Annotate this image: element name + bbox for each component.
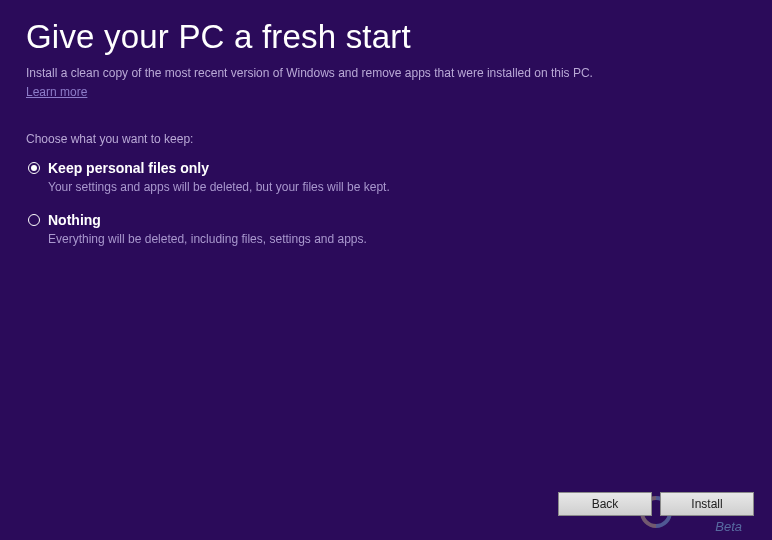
option-title: Nothing: [48, 212, 101, 228]
option-nothing[interactable]: Nothing Everything will be deleted, incl…: [26, 212, 746, 246]
watermark-text: Beta: [715, 519, 742, 534]
option-desc: Your settings and apps will be deleted, …: [48, 180, 746, 194]
radio-keep-files[interactable]: [28, 162, 40, 174]
install-button[interactable]: Install: [660, 492, 754, 516]
radio-dot-icon: [31, 165, 37, 171]
radio-nothing[interactable]: [28, 214, 40, 226]
page-title: Give your PC a fresh start: [26, 18, 746, 56]
back-button[interactable]: Back: [558, 492, 652, 516]
footer-buttons: Back Install: [558, 492, 754, 516]
learn-more-link[interactable]: Learn more: [26, 85, 87, 99]
option-title: Keep personal files only: [48, 160, 209, 176]
option-keep-files[interactable]: Keep personal files only Your settings a…: [26, 160, 746, 194]
option-desc: Everything will be deleted, including fi…: [48, 232, 746, 246]
page-subtitle: Install a clean copy of the most recent …: [26, 66, 746, 80]
section-label: Choose what you want to keep:: [26, 132, 746, 146]
